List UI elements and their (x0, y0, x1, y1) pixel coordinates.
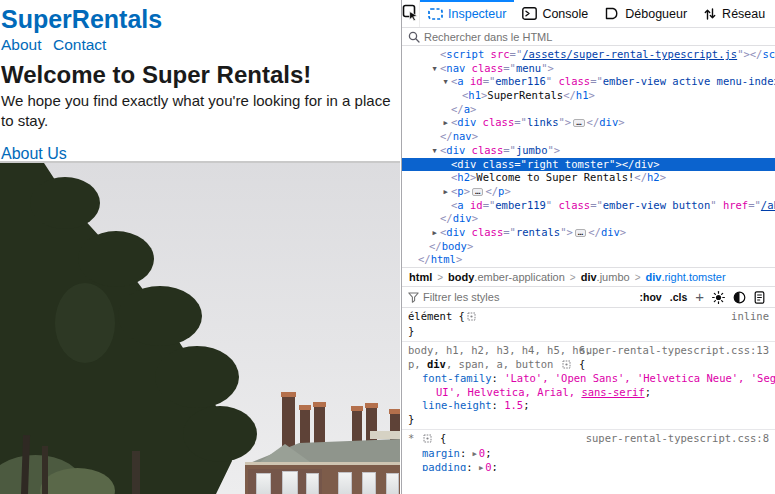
stylesheet-link[interactable]: super-rental-typescript.css:13 (579, 344, 775, 358)
house-window (282, 471, 298, 494)
markup-row[interactable]: <h2>Welcome to Super Rentals!</h2> (402, 171, 775, 185)
markup-row[interactable]: </a> (402, 103, 775, 117)
page-tagline: We hope you find exactly what you're loo… (1, 91, 400, 131)
tab-console[interactable]: Console (514, 0, 596, 27)
markup-row[interactable]: </nav> (402, 130, 775, 144)
tree-foliage (78, 231, 154, 287)
chimney-cap (299, 405, 311, 410)
css-rule[interactable]: super-rental-typescript.css:13body, h1, … (402, 342, 775, 430)
breadcrumb-item[interactable]: body.ember-application (448, 271, 565, 283)
markup-row[interactable]: ▶<div class="rentals">…</div> (402, 226, 775, 240)
devtools-toolbar: Inspecteur Console Débogueur Réseau (402, 0, 775, 28)
markup-row[interactable]: <h1>SuperRentals</h1> (402, 89, 775, 103)
markup-row[interactable]: <script src="/assets/super-rental-typesc… (402, 48, 775, 62)
breadcrumb-separator: > (570, 272, 576, 283)
expand-arrow-icon[interactable]: ▼ (440, 76, 451, 89)
html-search-input[interactable] (424, 31, 769, 43)
tree-trunk (42, 446, 48, 494)
rule-target-icon[interactable] (423, 433, 432, 447)
page-heading: Welcome to Super Rentals! (1, 61, 400, 89)
markup-row[interactable]: </div> (402, 212, 775, 226)
expand-arrow-icon[interactable]: ▼ (429, 63, 440, 76)
css-rule[interactable]: inlineélément {} (402, 308, 775, 342)
rule-target-icon[interactable] (562, 359, 571, 373)
devtools-panel: Inspecteur Console Débogueur Réseau (401, 0, 775, 494)
markup-row-selected[interactable]: <div class="right tomster"></div> (402, 158, 775, 172)
markup-row[interactable]: ▼<nav class="menu"> (402, 62, 775, 76)
filter-styles-input[interactable] (423, 291, 636, 303)
pseudo-class-toggle[interactable]: :hov (640, 291, 662, 303)
screen: SuperRentals About Contact Welcome to Su… (0, 0, 775, 494)
tab-label: Réseau (722, 7, 765, 21)
network-arrows-icon (703, 7, 717, 21)
chimney-cap (281, 392, 296, 397)
rule-target-icon[interactable] (467, 311, 476, 325)
markup-row[interactable]: <a id="ember119" class="ember-view butto… (402, 199, 775, 213)
add-rule-icon[interactable]: + (695, 292, 704, 302)
element-picker-button[interactable] (402, 0, 420, 27)
tab-label: Débogueur (625, 7, 687, 21)
expand-arrow-icon[interactable]: ▶ (440, 186, 451, 199)
console-icon (522, 7, 537, 20)
html-search-bar (402, 28, 775, 46)
expand-arrow-icon[interactable]: ▶ (440, 117, 451, 130)
css-rule[interactable]: super-rental-typescript.css:8* {margin: … (402, 430, 775, 471)
markup-view: <script src="/assets/super-rental-typesc… (402, 46, 775, 267)
house-window (256, 473, 271, 494)
tab-label: Console (542, 7, 588, 21)
hero-photo (0, 161, 400, 494)
chimney-cap (389, 409, 400, 414)
element-picker-icon (402, 4, 419, 23)
tree-foliage-highlight (55, 283, 115, 363)
tab-inspector[interactable]: Inspecteur (420, 0, 514, 27)
breadcrumb: html>body.ember-application>div.jumbo>di… (402, 267, 775, 287)
color-scheme-icon[interactable] (733, 291, 746, 304)
breadcrumb-item[interactable]: div.right.tomster (645, 271, 725, 283)
print-media-icon[interactable] (754, 291, 765, 304)
nav-link-contact[interactable]: Contact (53, 36, 106, 53)
chimney-cap (351, 406, 363, 411)
house-window (362, 472, 376, 494)
inspector-frame-icon (428, 8, 443, 20)
breadcrumb-separator: > (437, 272, 443, 283)
tab-label: Inspecteur (448, 7, 506, 21)
roof-balustrade (370, 431, 400, 439)
stylesheet-link[interactable]: super-rental-typescript.css:8 (586, 432, 775, 446)
expand-arrow-icon[interactable]: ▼ (429, 145, 440, 158)
debugger-icon (604, 7, 620, 20)
tree-foliage (30, 177, 100, 229)
tab-network[interactable]: Réseau (695, 0, 773, 27)
tab-debugger[interactable]: Débogueur (596, 0, 695, 27)
chimney-cap (313, 402, 326, 407)
nav-links: About Contact (1, 35, 400, 55)
tree-foliage (118, 286, 202, 346)
breadcrumb-item[interactable]: div.jumbo (581, 271, 630, 283)
tree-trunk (132, 451, 140, 494)
markup-row[interactable]: </html> (402, 253, 775, 267)
markup-row[interactable]: </body> (402, 240, 775, 254)
house-window (338, 472, 352, 494)
browser-page: SuperRentals About Contact Welcome to Su… (0, 0, 400, 494)
markup-row[interactable]: ▼<div class="jumbo"> (402, 144, 775, 158)
tree-foliage (183, 406, 257, 462)
expand-arrow-icon[interactable]: ▶ (429, 227, 440, 240)
class-toggle[interactable]: .cls (670, 291, 688, 303)
styles-toolbar: :hov .cls + (402, 287, 775, 308)
expand-value-icon[interactable]: ▶ (473, 450, 477, 458)
markup-row[interactable]: ▶<div class="links">…</div> (402, 116, 775, 130)
brand-link[interactable]: SuperRentals (1, 5, 162, 33)
house-window (386, 473, 399, 494)
expand-value-icon[interactable]: ▶ (479, 464, 483, 471)
house-window (306, 473, 319, 494)
markup-row[interactable]: ▼<a id="ember116" class="ember-view acti… (402, 75, 775, 89)
breadcrumb-separator: > (635, 272, 641, 283)
nav-link-about[interactable]: About (1, 36, 42, 53)
markup-row[interactable]: ▶<p>…</p> (402, 185, 775, 199)
filter-icon (408, 292, 419, 303)
rules-panel: inlineélément {}super-rental-typescript.… (402, 308, 775, 471)
search-icon (408, 31, 420, 43)
stylesheet-link[interactable]: inline (731, 310, 775, 324)
chimney-cap (365, 403, 378, 408)
breadcrumb-item[interactable]: html (409, 271, 432, 283)
light-mode-icon[interactable] (712, 291, 725, 304)
